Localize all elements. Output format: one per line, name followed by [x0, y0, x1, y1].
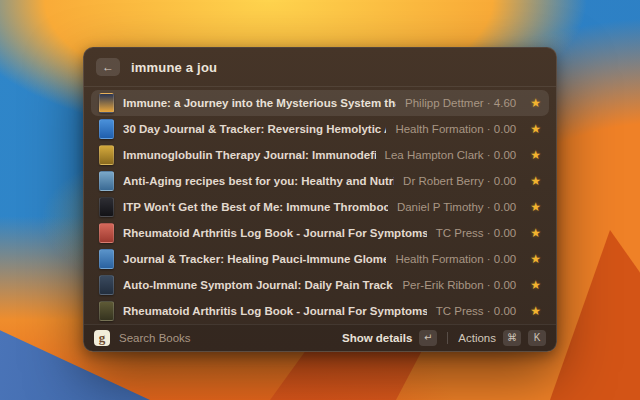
result-row[interactable]: Journal & Tracker: Healing Pauci-Immune … [91, 246, 549, 272]
back-arrow-icon: ← [102, 60, 114, 74]
star-icon: ★ [530, 96, 541, 110]
footer-divider [447, 332, 448, 344]
k-key-icon[interactable]: K [528, 330, 546, 346]
book-author-rating: TC Press · 0.00 [436, 227, 517, 239]
book-cover-icon [99, 93, 114, 113]
book-cover-icon [99, 301, 114, 321]
footer-actions: Show details ↵ Actions ⌘ K [342, 330, 546, 346]
star-icon: ★ [530, 200, 541, 214]
star-icon: ★ [530, 304, 541, 318]
launcher-window: ← immune a jou Immune: a Journey into th… [83, 47, 557, 352]
book-cover-icon [99, 145, 114, 165]
result-row[interactable]: Rheumatoid Arthritis Log Book - Journal … [91, 298, 549, 324]
search-bar: ← immune a jou [84, 48, 556, 86]
star-icon: ★ [530, 148, 541, 162]
book-author-rating: Lea Hampton Clark · 0.00 [385, 149, 517, 161]
book-title: ITP Won't Get the Best of Me: Immune Thr… [123, 201, 388, 213]
star-icon: ★ [530, 278, 541, 292]
book-title: Rheumatoid Arthritis Log Book - Journal … [123, 227, 427, 239]
book-cover-icon [99, 249, 114, 269]
back-button[interactable]: ← [96, 58, 120, 76]
book-cover-icon [99, 171, 114, 191]
book-author-rating: Daniel P Timothy · 0.00 [397, 201, 516, 213]
book-title: 30 Day Journal & Tracker: Reversing Hemo… [123, 123, 386, 135]
book-title: Anti-Aging recipes best for you: Healthy… [123, 175, 394, 187]
star-icon: ★ [530, 252, 541, 266]
search-input[interactable]: immune a jou [131, 60, 217, 75]
book-author-rating: Health Formation · 0.00 [395, 123, 516, 135]
book-author-rating: Health Formation · 0.00 [395, 253, 516, 265]
book-title: Immunoglobulin Therapy Journal: Immunode… [123, 149, 376, 161]
result-row[interactable]: Immunoglobulin Therapy Journal: Immunode… [91, 142, 549, 168]
book-cover-icon [99, 119, 114, 139]
book-author-rating: Per-Erik Ribbon · 0.00 [402, 279, 516, 291]
book-title: Rheumatoid Arthritis Log Book - Journal … [123, 305, 427, 317]
book-author-rating: Dr Robert Berry · 0.00 [403, 175, 516, 187]
star-icon: ★ [530, 174, 541, 188]
results-list: Immune: a Journey into the Mysterious Sy… [84, 87, 556, 324]
star-icon: ★ [530, 122, 541, 136]
book-cover-icon [99, 275, 114, 295]
extension-name: Search Books [119, 332, 191, 344]
actions-button[interactable]: Actions [458, 332, 496, 344]
book-title: Immune: a Journey into the Mysterious Sy… [123, 97, 396, 109]
result-row[interactable]: ITP Won't Get the Best of Me: Immune Thr… [91, 194, 549, 220]
show-details-button[interactable]: Show details [342, 332, 412, 344]
cmd-key-icon[interactable]: ⌘ [503, 330, 521, 346]
result-row[interactable]: Auto-Immune Symptom Journal: Daily Pain … [91, 272, 549, 298]
goodreads-letter: g [99, 330, 106, 345]
result-row[interactable]: 30 Day Journal & Tracker: Reversing Hemo… [91, 116, 549, 142]
book-author-rating: TC Press · 0.00 [436, 305, 517, 317]
goodreads-logo-icon: g [94, 330, 110, 346]
book-title: Journal & Tracker: Healing Pauci-Immune … [123, 253, 386, 265]
footer-bar: g Search Books Show details ↵ Actions ⌘ … [84, 324, 556, 351]
result-row[interactable]: Immune: a Journey into the Mysterious Sy… [91, 90, 549, 116]
result-row[interactable]: Rheumatoid Arthritis Log Book - Journal … [91, 220, 549, 246]
book-title: Auto-Immune Symptom Journal: Daily Pain … [123, 279, 393, 291]
book-author-rating: Philipp Dettmer · 4.60 [405, 97, 516, 109]
enter-key-icon[interactable]: ↵ [419, 330, 437, 346]
star-icon: ★ [530, 226, 541, 240]
book-cover-icon [99, 197, 114, 217]
result-row[interactable]: Anti-Aging recipes best for you: Healthy… [91, 168, 549, 194]
book-cover-icon [99, 223, 114, 243]
desktop-wallpaper: ← immune a jou Immune: a Journey into th… [0, 0, 640, 400]
